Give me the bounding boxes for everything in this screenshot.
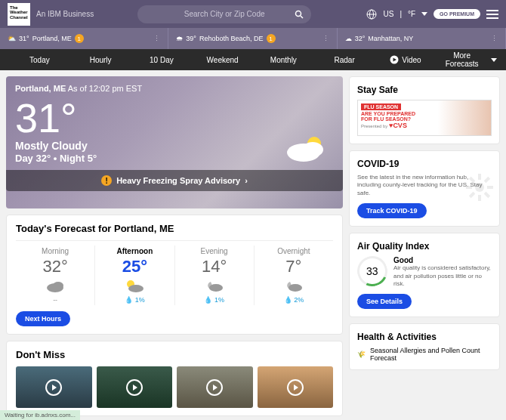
card-title: Stay Safe: [357, 85, 492, 95]
tab-video[interactable]: Video: [375, 55, 437, 64]
partly-cloudy-icon: [98, 278, 171, 295]
globe-icon[interactable]: [366, 9, 377, 20]
tab-10day[interactable]: 10 Day: [131, 56, 193, 64]
play-icon: [45, 379, 62, 396]
forecast-part-afternoon[interactable]: Afternoon 25° 💧 1%: [95, 246, 174, 305]
see-details-button[interactable]: See Details: [357, 294, 412, 309]
chevron-down-icon: [491, 58, 497, 62]
kebab-menu-icon[interactable]: ⋮: [153, 35, 160, 42]
browser-status-bar: Waiting for ib.adnxs.com...: [0, 410, 80, 420]
location-tab-portland[interactable]: ⛅ 31° Portland, ME 1 ⋮: [0, 28, 168, 49]
warning-icon: !: [101, 175, 112, 186]
svg-rect-20: [484, 177, 490, 183]
go-premium-button[interactable]: GO PREMIUM: [433, 9, 480, 19]
flu-ad[interactable]: FLU SEASON ARE YOU PREPARED FOR FLU SEAS…: [357, 100, 492, 136]
hero-asof: As of 12:02 pm EST: [68, 84, 142, 93]
play-icon: [126, 379, 143, 396]
next-hours-button[interactable]: Next Hours: [16, 311, 70, 326]
weather-channel-logo[interactable]: The Weather Channel: [8, 3, 30, 26]
svg-line-1: [301, 16, 303, 18]
aqi-rating: Good: [393, 256, 492, 264]
chevron-right-icon: ›: [245, 176, 248, 185]
svg-point-14: [288, 284, 302, 292]
health-subtitle: Seasonal Allergies and Pollen Count Fore…: [370, 347, 492, 362]
forecast-part-morning[interactable]: Morning 32° --: [16, 246, 95, 305]
top-header: The Weather Channel An IBM Business Sear…: [0, 0, 506, 28]
search-input[interactable]: Search City or Zip Code: [137, 5, 311, 23]
search-placeholder: Search City or Zip Code: [184, 10, 265, 18]
night-cloudy-icon: [178, 278, 251, 295]
kebab-menu-icon[interactable]: ⋮: [491, 35, 498, 42]
forecast-part-evening[interactable]: Evening 14° 💧 1%: [175, 246, 255, 305]
tab-more-forecasts[interactable]: More Forecasts: [436, 51, 497, 68]
card-title: Health & Activities: [357, 332, 492, 342]
tab-hourly[interactable]: Hourly: [70, 56, 131, 64]
partly-cloudy-icon: ⛅: [8, 35, 16, 42]
aqi-card: Air Quality Index 33 Good Air quality is…: [349, 233, 500, 317]
svg-rect-21: [469, 192, 475, 198]
tab-radar[interactable]: Radar: [314, 56, 375, 64]
kebab-menu-icon[interactable]: ⋮: [322, 35, 329, 42]
card-title: Air Quality Index: [357, 241, 492, 252]
card-title: Today's Forecast for Portland, ME: [16, 223, 333, 234]
mostly-cloudy-icon: [282, 133, 328, 163]
svg-point-13: [209, 284, 223, 292]
covid-card: COVID-19 See the latest in the new infor…: [349, 150, 500, 227]
rain-icon: 🌧: [176, 35, 183, 42]
svg-point-0: [296, 11, 301, 16]
svg-rect-17: [478, 195, 481, 201]
card-title: COVID-19: [357, 159, 492, 169]
unit-label[interactable]: °F: [408, 10, 415, 18]
search-icon: [295, 10, 304, 19]
chevron-down-icon[interactable]: [421, 12, 427, 16]
video-thumbnail[interactable]: [16, 366, 92, 408]
tab-today[interactable]: Today: [9, 56, 70, 64]
cloudy-icon: ☁: [345, 35, 352, 42]
todays-forecast-card: Today's Forecast for Portland, ME Mornin…: [6, 215, 343, 335]
svg-point-10: [53, 282, 63, 289]
svg-rect-23: [484, 192, 490, 198]
play-icon: [287, 379, 304, 396]
location-tab-manhattan[interactable]: ☁ 32° Manhattan, NY ⋮: [338, 28, 506, 49]
video-thumbnail[interactable]: [258, 366, 334, 408]
svg-rect-18: [466, 186, 472, 189]
cvs-logo: ♥CVS: [389, 122, 407, 129]
location-tab-rehoboth[interactable]: 🌧 39° Rehoboth Beach, DE 1 ⋮: [168, 28, 337, 49]
card-title: Don't Miss: [16, 349, 333, 360]
hamburger-menu-icon[interactable]: [486, 10, 498, 19]
aqi-gauge: 33: [353, 252, 391, 291]
country-label[interactable]: US: [383, 10, 393, 18]
tab-weekend[interactable]: Weekend: [192, 56, 253, 64]
svg-rect-16: [478, 174, 481, 180]
stay-safe-card: Stay Safe FLU SEASON ARE YOU PREPARED FO…: [349, 76, 500, 144]
play-circle-icon: [390, 55, 399, 64]
svg-rect-22: [469, 177, 475, 183]
gear-icon: [464, 172, 495, 202]
play-icon: [206, 379, 223, 396]
advisory-banner[interactable]: ! Heavy Freezing Spray Advisory ›: [6, 170, 343, 191]
cloudy-icon: [19, 278, 91, 295]
saved-locations-bar: ⛅ 31° Portland, ME 1 ⋮ 🌧 39° Rehoboth Be…: [0, 28, 506, 49]
tab-monthly[interactable]: Monthly: [253, 56, 314, 64]
svg-point-15: [475, 183, 484, 192]
alert-badge: 1: [267, 34, 276, 43]
pollen-icon: 🌾: [357, 351, 366, 358]
forecast-nav: Today Hourly 10 Day Weekend Monthly Rada…: [0, 49, 506, 70]
aqi-body: Air quality is considered satisfactory, …: [393, 264, 492, 288]
video-thumbnail[interactable]: [97, 366, 173, 408]
night-cloudy-icon: [258, 278, 330, 295]
forecast-part-overnight[interactable]: Overnight 7° 💧 2%: [255, 246, 333, 305]
ibm-tagline: An IBM Business: [36, 10, 94, 18]
video-thumbnail[interactable]: [177, 366, 253, 408]
svg-point-8: [302, 142, 323, 157]
alert-badge: 1: [75, 34, 84, 43]
hero-temp: 31°: [15, 97, 334, 138]
track-covid-button[interactable]: Track COVID-19: [357, 203, 427, 218]
current-conditions-hero: Portland, ME As of 12:02 pm EST 31° Most…: [6, 76, 343, 208]
hero-city: Portland, ME: [15, 84, 66, 93]
svg-point-12: [128, 285, 143, 292]
svg-rect-19: [487, 186, 493, 189]
health-activities-card: Health & Activities 🌾 Seasonal Allergies…: [349, 323, 500, 370]
dont-miss-card: Don't Miss: [6, 341, 343, 416]
